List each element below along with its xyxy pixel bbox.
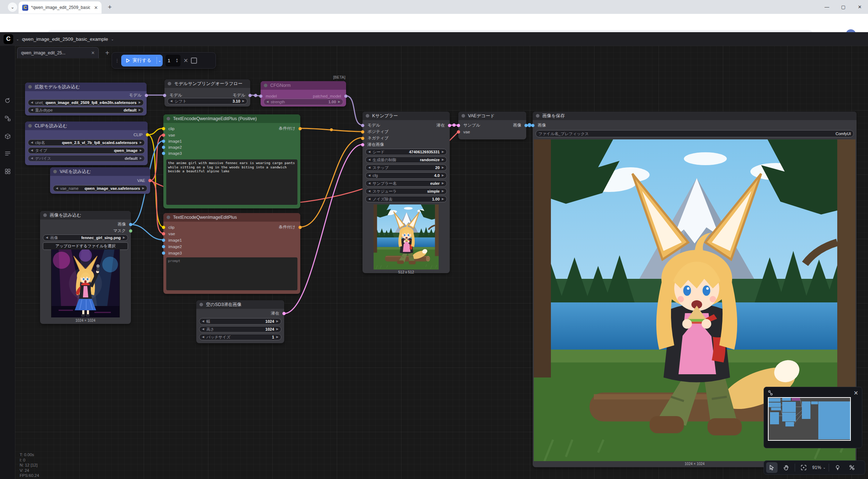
- vae-input-dot[interactable]: [162, 133, 165, 137]
- browser-tab[interactable]: C *qwen_image_edit_2509_basic_ ✕: [19, 1, 102, 14]
- prev-arrow-icon[interactable]: [368, 158, 370, 161]
- widget-unet-name[interactable]: unet_ ...qwen_image_edit_2509_fp8_e4m3fn…: [28, 99, 144, 106]
- next-arrow-icon[interactable]: [442, 158, 444, 161]
- widget-strength[interactable]: strength1.00: [263, 99, 343, 105]
- node-load-diffusion-model[interactable]: 拡散モデルを読み込む モデル unet_ ...qwen_image_edit_…: [25, 83, 147, 115]
- vae-output-dot[interactable]: [148, 179, 152, 182]
- logo-chevron-icon[interactable]: ⌄: [16, 37, 19, 41]
- widget-scheduler[interactable]: スケジューラsimple: [365, 188, 447, 194]
- stop-icon[interactable]: [191, 58, 197, 64]
- workflows-icon[interactable]: [0, 94, 15, 107]
- queue-icon[interactable]: [0, 147, 15, 159]
- negative-input-dot[interactable]: [361, 137, 364, 140]
- positive-prompt-textarea[interactable]: the anime girl with massive fennec ears …: [166, 159, 297, 205]
- node-text-encode-positive[interactable]: TextEncodeQwenImageEditPlus (Positive) 条…: [163, 114, 300, 208]
- widget-sampler-name[interactable]: サンプラー名euler: [365, 180, 447, 187]
- next-arrow-icon[interactable]: [242, 100, 245, 103]
- next-arrow-icon[interactable]: [442, 174, 444, 177]
- model-output-dot[interactable]: [145, 94, 148, 97]
- widget-weight-dtype[interactable]: 重みdtypedefault: [28, 107, 144, 113]
- fit-view-button[interactable]: [798, 462, 809, 473]
- node-load-image[interactable]: 画像を読み込む 画像 マスク 画像fennec_girl_sing.png アッ…: [40, 211, 131, 324]
- image1-input-dot[interactable]: [162, 139, 165, 143]
- widget-steps[interactable]: ステップ20: [365, 164, 447, 171]
- node-load-vae[interactable]: VAEを読み込む VAE vae_nameqwen_image_vae.safe…: [50, 167, 150, 194]
- collapse-dot[interactable]: [462, 114, 465, 118]
- batch-count-input[interactable]: 1 ▲▼: [166, 55, 181, 66]
- node-cfgnorm[interactable]: [BETA] CFGNorm model patched_model stren…: [261, 81, 346, 107]
- prev-arrow-icon[interactable]: [202, 320, 204, 323]
- prev-arrow-icon[interactable]: [368, 150, 370, 153]
- minimap-panel[interactable]: ✕: [764, 387, 862, 448]
- collapse-dot[interactable]: [168, 82, 171, 85]
- next-arrow-icon[interactable]: [442, 166, 444, 169]
- prev-arrow-icon[interactable]: [31, 149, 33, 152]
- collapse-dot[interactable]: [264, 84, 267, 87]
- zoom-level-control[interactable]: 91% ⌄: [812, 465, 826, 470]
- next-arrow-icon[interactable]: [140, 157, 142, 160]
- image2-input-dot[interactable]: [162, 245, 165, 248]
- next-arrow-icon[interactable]: [338, 100, 340, 103]
- next-arrow-icon[interactable]: [442, 182, 444, 185]
- widget-image-file[interactable]: 画像fennec_girl_sing.png: [43, 234, 128, 241]
- model-input-dot[interactable]: [361, 124, 364, 127]
- mask-output-dot[interactable]: [129, 229, 132, 232]
- model-output-dot[interactable]: [248, 94, 252, 97]
- image-output-dot[interactable]: [129, 223, 132, 226]
- prev-arrow-icon[interactable]: [368, 182, 370, 185]
- select-tool-button[interactable]: [766, 462, 778, 473]
- widget-clip-type[interactable]: タイプqwen_image: [28, 147, 145, 154]
- minimap-close-icon[interactable]: ✕: [854, 390, 858, 396]
- node-ksampler[interactable]: Kサンプラー 潜在 モデル ポジティブ ネガティブ 潜在画像 シード474061…: [363, 112, 450, 273]
- widget-seed[interactable]: シード47406126935331: [365, 149, 447, 155]
- vae-input-dot[interactable]: [162, 232, 165, 235]
- comfyui-logo[interactable]: C: [4, 34, 13, 44]
- pan-tool-button[interactable]: [780, 462, 792, 473]
- workflow-title-chevron-icon[interactable]: ⌄: [111, 37, 114, 41]
- prev-arrow-icon[interactable]: [46, 236, 48, 239]
- positive-input-dot[interactable]: [361, 130, 364, 133]
- templates-icon[interactable]: [0, 165, 15, 177]
- prev-arrow-icon[interactable]: [368, 174, 370, 177]
- node-empty-sd3-latent[interactable]: 空のSD3潜在画像 潜在 幅1024 高さ1024 バッチサイズ1: [196, 300, 284, 343]
- workflow-tab-close-icon[interactable]: ✕: [91, 50, 95, 55]
- widget-denoise[interactable]: ノイズ除去1.00: [365, 196, 447, 202]
- collapse-dot[interactable]: [536, 114, 539, 118]
- next-arrow-icon[interactable]: [442, 198, 444, 201]
- next-arrow-icon[interactable]: [276, 328, 278, 331]
- image3-input-dot[interactable]: [162, 152, 165, 155]
- collapse-dot[interactable]: [28, 124, 32, 128]
- next-arrow-icon[interactable]: [139, 101, 141, 104]
- upload-file-button[interactable]: アップロードするファイルを選択: [43, 242, 128, 250]
- image3-input-dot[interactable]: [162, 251, 165, 255]
- clip-input-dot[interactable]: [162, 226, 165, 229]
- node-library-icon[interactable]: [0, 112, 15, 124]
- prev-arrow-icon[interactable]: [368, 198, 370, 201]
- run-button[interactable]: 実行する ⌄: [121, 55, 163, 66]
- image1-input-dot[interactable]: [162, 238, 165, 242]
- next-arrow-icon[interactable]: [123, 236, 125, 239]
- widget-device[interactable]: デバイスdefault: [28, 155, 145, 162]
- collapse-dot[interactable]: [53, 170, 57, 173]
- next-arrow-icon[interactable]: [276, 320, 278, 323]
- collapse-dot[interactable]: [199, 303, 203, 306]
- next-arrow-icon[interactable]: [142, 187, 144, 190]
- next-arrow-icon[interactable]: [140, 141, 142, 144]
- clip-input-dot[interactable]: [162, 127, 165, 130]
- prev-arrow-icon[interactable]: [56, 187, 58, 190]
- drag-handle-icon[interactable]: ⋮⋮: [115, 60, 118, 61]
- node-load-clip[interactable]: CLIPを読み込む CLIP clip名qwen_2.5_vl_7b_fp8_s…: [25, 122, 148, 165]
- new-tab-button[interactable]: +: [106, 3, 114, 11]
- maximize-icon[interactable]: ▢: [835, 0, 852, 14]
- node-text-encode-negative[interactable]: TextEncodeQwenImageEditPlus 条件付け clip va…: [163, 213, 300, 294]
- next-arrow-icon[interactable]: [442, 150, 444, 153]
- widget-width[interactable]: 幅1024: [199, 318, 281, 325]
- minimap-viewport[interactable]: [768, 397, 851, 441]
- prev-arrow-icon[interactable]: [202, 328, 204, 331]
- collapse-dot[interactable]: [43, 213, 47, 217]
- model-library-icon[interactable]: [0, 130, 15, 142]
- close-icon[interactable]: ✕: [852, 0, 868, 14]
- prev-arrow-icon[interactable]: [31, 101, 33, 104]
- new-workflow-button[interactable]: +: [103, 49, 112, 57]
- samples-input-dot[interactable]: [457, 124, 460, 127]
